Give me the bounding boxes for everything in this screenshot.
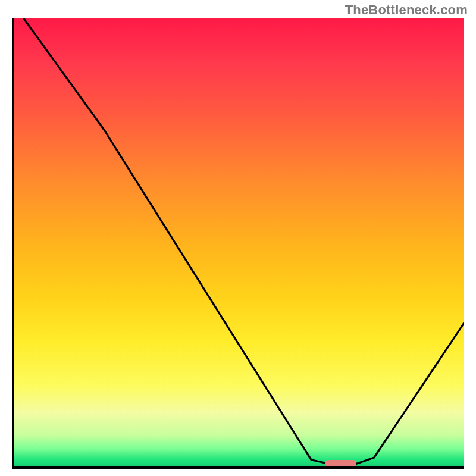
attribution-text: TheBottleneck.com [345,2,468,18]
bottleneck-curve [14,18,464,466]
chart-plot-area [12,18,464,469]
optimal-marker [325,460,356,466]
